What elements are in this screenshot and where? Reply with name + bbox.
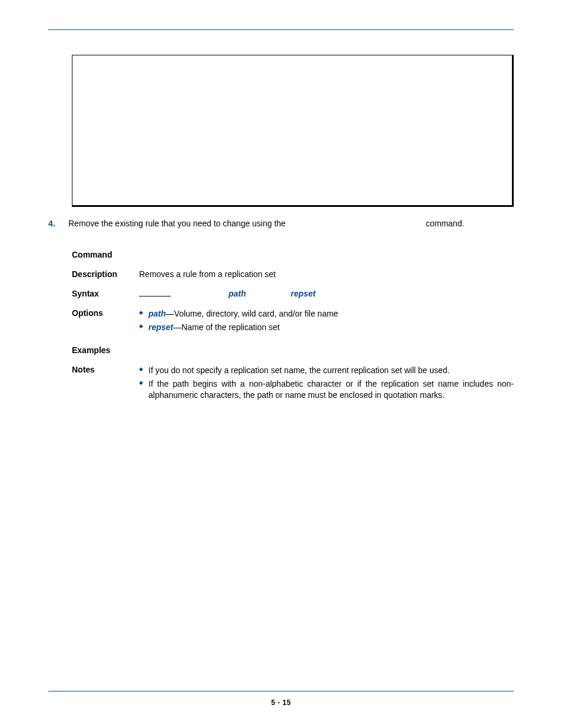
row-command: Command	[72, 250, 514, 259]
header-rule	[48, 29, 514, 30]
option-desc: —Name of the replication set	[173, 322, 280, 332]
row-options: Options path—Volume, directory, wild car…	[72, 308, 514, 335]
row-syntax: Syntax pathrepset	[72, 289, 514, 298]
row-description: Description Removes a rule from a replic…	[72, 269, 514, 279]
option-arg: repset	[148, 322, 173, 332]
label-notes: Notes	[72, 365, 139, 374]
page-number: 5 - 15	[271, 699, 291, 707]
label-examples: Examples	[72, 345, 139, 355]
step-number: 4.	[48, 219, 68, 228]
row-examples: Examples	[72, 345, 514, 355]
notes-list: If you do not specify a replication set …	[139, 365, 514, 403]
syntax-arg-path: path	[229, 289, 246, 298]
figure-placeholder	[72, 55, 514, 207]
footer-rule	[48, 691, 514, 691]
syntax-arg-repset: repset	[291, 289, 316, 298]
syntax-prefix	[139, 296, 171, 297]
label-syntax: Syntax	[72, 289, 139, 298]
option-path: path—Volume, directory, wild card, and/o…	[139, 308, 514, 319]
step-text: Remove the existing rule that you need t…	[68, 219, 514, 229]
option-repset: repset—Name of the replication set	[139, 322, 514, 333]
option-desc: —Volume, directory, wild card, and/or fi…	[166, 309, 338, 318]
page-footer: 5 - 15	[0, 691, 562, 707]
description-text: Removes a rule from a replication set	[139, 269, 514, 279]
option-arg: path	[148, 309, 166, 318]
command-block: Command Description Removes a rule from …	[72, 250, 514, 403]
label-command: Command	[72, 250, 139, 259]
row-notes: Notes If you do not specify a replicatio…	[72, 365, 514, 403]
step-4: 4. Remove the existing rule that you nee…	[48, 219, 514, 229]
note-2: If the path begins with a non-alphabetic…	[139, 378, 514, 401]
step-text-after: command.	[424, 219, 464, 228]
label-description: Description	[72, 269, 139, 279]
step-text-before: Remove the existing rule that you need t…	[68, 219, 288, 228]
label-options: Options	[72, 308, 139, 318]
syntax-line: pathrepset	[139, 289, 514, 298]
note-1: If you do not specify a replication set …	[139, 365, 514, 376]
options-list: path—Volume, directory, wild card, and/o…	[139, 308, 514, 335]
